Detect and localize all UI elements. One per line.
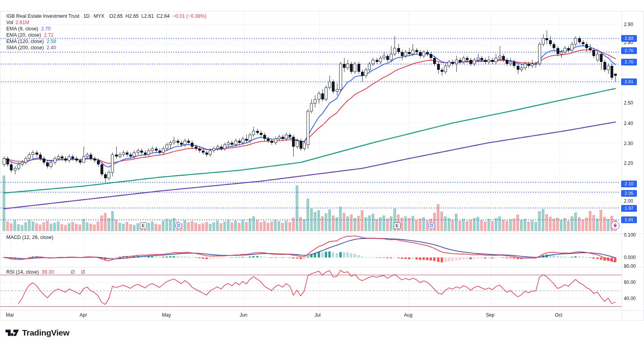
chart-legend: IGB Real Estate Investment Trust·1D·MYX …	[6, 13, 209, 51]
tradingview-brand-text: TradingView	[22, 328, 69, 338]
rsi-label[interactable]: RSI (14, close)	[6, 269, 39, 275]
price-axis-label[interactable]: 2.40	[624, 121, 633, 126]
month-label-apr[interactable]: Apr	[80, 312, 87, 318]
price-level-badge[interactable]: 1.97	[621, 205, 637, 212]
volume-value: 2.61M	[15, 20, 29, 25]
lightning-marker[interactable]	[611, 221, 620, 230]
price-level-badge[interactable]: 2.83	[621, 35, 637, 42]
symbol-title[interactable]: IGB Real Estate Investment Trust	[6, 13, 80, 19]
indicator-label: EMA (20, close)	[6, 32, 41, 38]
indicator-label: SMA (200, close)	[6, 45, 44, 50]
month-label-aug[interactable]: Aug	[404, 312, 412, 318]
macd-axis-label[interactable]: 0.100	[624, 232, 636, 238]
indicator-row[interactable]: EMA (20, close)2.72	[6, 32, 209, 38]
price-level-badge[interactable]: 2.61	[621, 78, 637, 85]
symbol-row[interactable]: IGB Real Estate Investment Trust·1D·MYX …	[6, 13, 209, 19]
rsi-panel-title[interactable]: RSI (14, close)39.30∅ ∅	[6, 269, 87, 275]
rsi-value: 39.30	[42, 269, 54, 275]
price-level-badge[interactable]: 2.05	[621, 190, 637, 197]
interval-label[interactable]: 1D	[84, 13, 90, 19]
lightning-icon	[613, 223, 618, 228]
rsi-axis-label[interactable]: 80.00	[624, 263, 636, 269]
indicator-legend-rows: EMA (9, close)2.70EMA (20, close)2.72EMA…	[6, 26, 209, 51]
change-value: −0.01 (−0.38%)	[172, 13, 206, 19]
price-axis-label[interactable]: 2.00	[624, 198, 633, 204]
open-value: O2.65	[109, 13, 123, 19]
price-level-badge[interactable]: 2.70	[621, 59, 637, 65]
month-label-sep[interactable]: Sep	[486, 312, 494, 318]
rsi-extra-values: ∅ ∅	[71, 269, 87, 275]
legend-separator: ·	[90, 13, 94, 19]
volume-label: Vol	[6, 20, 13, 25]
price-axis-label[interactable]: 2.90	[624, 22, 633, 27]
indicator-value: 2.58	[47, 39, 56, 44]
tradingview-logo-icon	[6, 327, 19, 338]
price-level-badge[interactable]: 2.10	[621, 181, 637, 187]
dividend-marker[interactable]: D	[175, 222, 182, 229]
indicator-value: 2.72	[44, 32, 53, 38]
legend-separator: ·	[80, 13, 84, 19]
rsi-axis-label[interactable]: 60.00	[624, 280, 636, 285]
tradingview-footer[interactable]: TradingView	[6, 327, 69, 338]
close-value: C2.64	[156, 13, 169, 19]
low-value: L2.61	[141, 13, 154, 19]
indicator-row[interactable]: EMA (120, close)2.58	[6, 38, 209, 45]
ohlc-values: O2.65H2.65L2.61C2.64−0.01 (−0.38%)	[109, 13, 209, 19]
exchange-label: MYX	[94, 13, 104, 19]
earnings-marker[interactable]: E	[140, 222, 147, 229]
price-axis-label[interactable]: 2.30	[624, 141, 633, 146]
month-label-jul[interactable]: Jul	[315, 312, 320, 318]
indicator-row[interactable]: SMA (200, close)2.40	[6, 45, 209, 51]
price-level-badge[interactable]: 1.91	[621, 216, 637, 223]
price-axis-label[interactable]: 2.20	[624, 160, 633, 166]
rsi-axis-label[interactable]: 40.00	[624, 296, 636, 301]
month-label-oct[interactable]: Oct	[555, 312, 562, 318]
indicator-value: 2.70	[41, 26, 50, 32]
macd-panel-title[interactable]: MACD (12, 26, close)	[6, 235, 53, 240]
macd-axis-label[interactable]: 0.000	[624, 255, 636, 260]
tradingview-chart-page: research_dept created with TradingView.c…	[0, 0, 644, 345]
month-label-jun[interactable]: Jun	[240, 312, 247, 318]
chart-canvas[interactable]	[0, 0, 644, 345]
indicator-value: 2.40	[47, 45, 56, 50]
macd-label[interactable]: MACD (12, 26, close)	[6, 235, 53, 240]
month-label-may[interactable]: May	[162, 312, 171, 318]
high-value: H2.65	[125, 13, 138, 19]
earnings-marker[interactable]: E	[394, 222, 400, 229]
indicator-row[interactable]: EMA (9, close)2.70	[6, 26, 209, 32]
price-axis-label[interactable]: 2.50	[624, 100, 633, 106]
indicator-label: EMA (9, close)	[6, 26, 38, 32]
price-level-badge[interactable]: 2.76	[621, 47, 637, 54]
volume-row[interactable]: Vol2.61M	[6, 19, 209, 26]
dividend-marker[interactable]: D	[428, 222, 435, 229]
indicator-label: EMA (120, close)	[6, 39, 44, 44]
month-label-mar[interactable]: Mar	[6, 312, 14, 318]
